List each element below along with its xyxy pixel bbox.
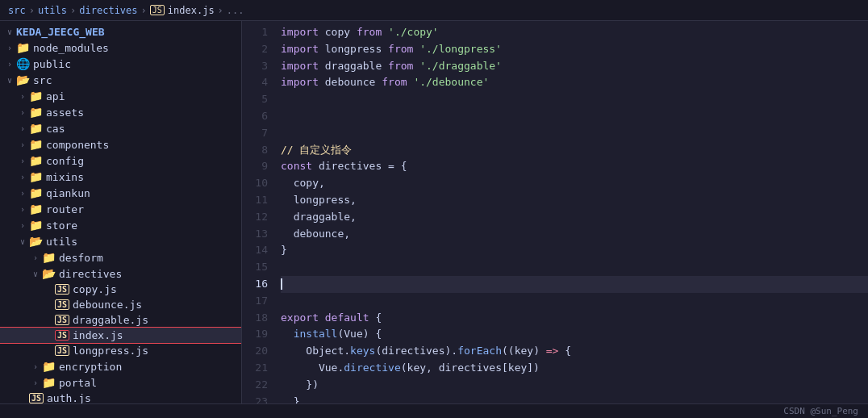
code-content[interactable]: import copy from './copy' import longpre… — [278, 24, 868, 403]
sidebar-item-qiankun[interactable]: › 📁 qiankun — [0, 185, 241, 201]
folder-icon: 📁 — [42, 376, 56, 389]
code-line: longpress, — [281, 192, 868, 209]
code-line: }) — [281, 377, 868, 394]
folder-icon: 📁 — [29, 138, 43, 151]
sidebar-item-node-modules[interactable]: › 📁 node_modules — [0, 40, 241, 56]
code-line: debounce, — [281, 226, 868, 243]
folder-icon: 📂 — [29, 235, 43, 248]
credit-text: CSDN @Sun_Peng — [783, 406, 858, 416]
code-line: // 自定义指令 — [281, 142, 868, 159]
breadcrumb-filetype: JS — [150, 5, 165, 15]
sidebar-item-desform[interactable]: › 📁 desform — [0, 249, 241, 265]
sidebar-item-index-js[interactable]: JS index.js — [0, 328, 241, 343]
folder-icon: 📁 — [29, 219, 43, 232]
code-line: draggable, — [281, 209, 868, 226]
sidebar-item-mixins[interactable]: › 📁 mixins — [0, 169, 241, 185]
sidebar-item-public[interactable]: › 🌐 public — [0, 56, 241, 72]
code-line: const directives = { — [281, 158, 868, 175]
folder-icon: 📁 — [42, 360, 56, 373]
breadcrumb-utils[interactable]: utils — [38, 5, 67, 16]
code-line-cursor — [281, 276, 868, 293]
sidebar-item-cas[interactable]: › 📁 cas — [0, 120, 241, 136]
sidebar-item-auth-js[interactable]: JS auth.js — [0, 391, 241, 403]
code-line: import draggable from './draggable' — [281, 58, 868, 75]
sidebar-item-copy-js[interactable]: JS copy.js — [0, 282, 241, 297]
folder-icon: 📁 — [42, 251, 56, 264]
code-line: import debounce from './debounce' — [281, 74, 868, 91]
folder-icon: 📁 — [29, 203, 43, 215]
code-line — [281, 91, 868, 108]
sidebar-item-assets[interactable]: › 📁 assets — [0, 104, 241, 120]
code-line: export default { — [281, 310, 868, 327]
code-line: import copy from './copy' — [281, 24, 868, 41]
breadcrumb-filename[interactable]: index.js — [168, 5, 215, 16]
breadcrumb: src › utils › directives › JS index.js ›… — [0, 0, 868, 21]
status-bar: CSDN @Sun_Peng — [0, 403, 868, 418]
breadcrumb-directives[interactable]: directives — [79, 5, 137, 16]
code-line: Object.keys(directives).forEach((key) =>… — [281, 343, 868, 360]
code-line — [281, 259, 868, 276]
sidebar-item-root[interactable]: ∨ KEDA_JEECG_WEB — [0, 24, 241, 40]
folder-icon: 📁 — [29, 154, 43, 167]
folder-icon: 📁 — [16, 41, 30, 54]
code-line: }, — [281, 394, 868, 403]
js-file-icon: JS — [29, 393, 44, 403]
js-file-icon: JS — [55, 299, 69, 310]
sidebar-item-components[interactable]: › 📁 components — [0, 136, 241, 153]
sidebar-item-config[interactable]: › 📁 config — [0, 153, 241, 169]
code-line: install(Vue) { — [281, 326, 868, 343]
sidebar-item-store[interactable]: › 📁 store — [0, 217, 241, 233]
sidebar-item-debounce-js[interactable]: JS debounce.js — [0, 297, 241, 312]
folder-icon: 📁 — [29, 106, 43, 119]
code-line — [281, 293, 868, 310]
folder-icon: 📁 — [29, 170, 43, 183]
code-line — [281, 108, 868, 125]
js-file-icon: JS — [55, 345, 69, 356]
sidebar-item-encryption[interactable]: › 📁 encryption — [0, 358, 241, 374]
code-line: Vue.directive(key, directives[key]) — [281, 360, 868, 377]
folder-icon: 📂 — [42, 267, 56, 280]
breadcrumb-src[interactable]: src — [8, 5, 26, 16]
code-line: } — [281, 242, 868, 259]
code-editor[interactable]: 1 2 3 4 5 6 7 8 9 10 11 12 13 14 15 16 1… — [242, 21, 868, 403]
sidebar-item-api[interactable]: › 📁 api — [0, 88, 241, 104]
folder-icon: 📂 — [16, 73, 30, 86]
code-line: import longpress from './longpress' — [281, 41, 868, 58]
js-file-icon: JS — [55, 330, 69, 341]
sidebar-item-router[interactable]: › 📁 router — [0, 201, 241, 217]
sidebar-item-portal[interactable]: › 📁 portal — [0, 374, 241, 391]
folder-icon: 📁 — [29, 122, 43, 135]
js-file-icon: JS — [55, 284, 69, 295]
folder-icon: 📁 — [29, 186, 43, 199]
folder-icon: 📁 — [29, 90, 43, 102]
breadcrumb-more: ... — [227, 5, 244, 16]
folder-icon: 🌐 — [16, 57, 30, 70]
line-numbers: 1 2 3 4 5 6 7 8 9 10 11 12 13 14 15 16 1… — [242, 24, 278, 403]
sidebar-item-draggable-js[interactable]: JS draggable.js — [0, 312, 241, 328]
js-file-icon: JS — [55, 315, 69, 325]
sidebar-item-directives[interactable]: ∨ 📂 directives — [0, 265, 241, 282]
code-line: copy, — [281, 175, 868, 192]
code-line — [281, 125, 868, 142]
sidebar-item-longpress-js[interactable]: JS longpress.js — [0, 343, 241, 358]
chevron-icon: ∨ — [3, 27, 16, 36]
sidebar-item-src[interactable]: ∨ 📂 src — [0, 72, 241, 88]
file-explorer: ∨ KEDA_JEECG_WEB › 📁 node_modules › 🌐 pu… — [0, 21, 242, 403]
sidebar-item-utils[interactable]: ∨ 📂 utils — [0, 233, 241, 249]
